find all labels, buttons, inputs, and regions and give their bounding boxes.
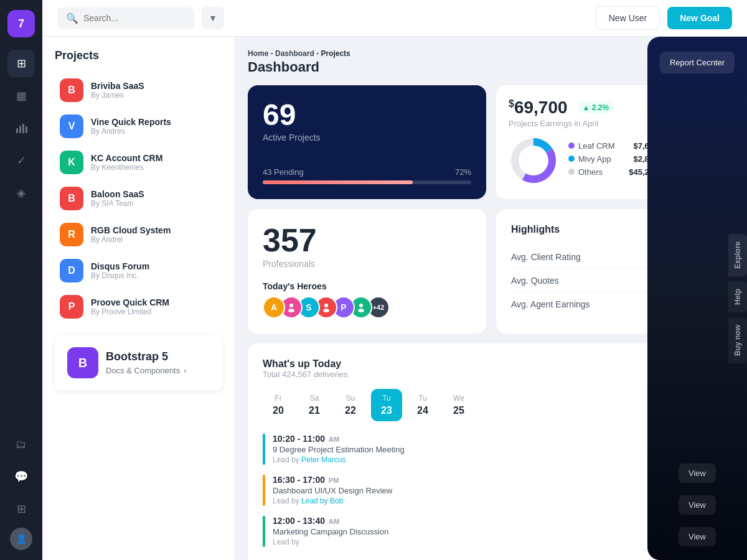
project-name-kc: KC Account CRM bbox=[91, 153, 217, 163]
legend-dot-others bbox=[568, 169, 575, 175]
project-by-kc: By Keenthemes bbox=[91, 163, 217, 172]
project-icon-vine: V bbox=[60, 114, 83, 138]
professionals-label: Professionals bbox=[263, 259, 471, 269]
legend-label-others: Others bbox=[578, 167, 610, 177]
nav-icon-dashboard[interactable]: ▦ bbox=[7, 82, 35, 110]
project-item-baloon[interactable]: B Baloon SaaS By SIA Team bbox=[55, 180, 222, 217]
project-item-rgb[interactable]: R RGB Cloud System By Andrei bbox=[55, 217, 222, 253]
user-avatar[interactable]: 👤 bbox=[10, 528, 32, 550]
project-by-proove: By Proove Limited bbox=[91, 307, 217, 316]
nav-icon-check[interactable]: ✓ bbox=[7, 147, 35, 174]
professionals-card: 357 Professionals Today's Heroes A S bbox=[248, 209, 486, 334]
side-view-button-2[interactable]: View bbox=[679, 495, 716, 515]
highlight-name-rating: Avg. Client Rating bbox=[511, 252, 581, 262]
cal-day-25[interactable]: We 25 bbox=[443, 389, 474, 421]
side-view-button-1[interactable]: View bbox=[679, 464, 716, 483]
heroes-label: Today's Heroes bbox=[263, 281, 471, 291]
currency-symbol: $ bbox=[509, 98, 514, 109]
side-tab-explore[interactable]: Explore bbox=[728, 233, 747, 276]
project-item-disqus[interactable]: D Disqus Forum By Disqus Inc. bbox=[55, 253, 222, 289]
top-bar: 🔍 ▼ New User New Goal bbox=[42, 0, 747, 37]
breadcrumb-current: Projects bbox=[321, 49, 350, 58]
filter-button[interactable]: ▼ bbox=[202, 7, 224, 29]
project-by-baloon: By SIA Team bbox=[91, 199, 217, 208]
earnings-legend: Leaf CRM $7,660 Mivy App $2,820 Others bbox=[568, 141, 658, 180]
side-tabs: Explore Help Buy now bbox=[728, 233, 747, 363]
nav-icon-grid[interactable]: ⊞ bbox=[7, 50, 35, 77]
project-item-proove[interactable]: P Proove Quick CRM By Proove Limited bbox=[55, 289, 222, 325]
search-input[interactable] bbox=[83, 13, 186, 23]
search-box[interactable]: 🔍 bbox=[57, 7, 194, 29]
nav-icon-layers[interactable]: ◈ bbox=[7, 179, 35, 207]
project-item-vine[interactable]: V Vine Quick Reports By Andres bbox=[55, 108, 222, 144]
project-icon-baloon: B bbox=[60, 187, 83, 210]
event-bar-2 bbox=[263, 475, 265, 506]
event-time-3: 12:00 - 13:40 AM bbox=[273, 516, 675, 526]
right-main: Home - Dashboard - Projects Dashboard 69… bbox=[235, 37, 747, 560]
svg-point-9 bbox=[324, 304, 328, 307]
project-by-rgb: By Andrei bbox=[91, 235, 217, 244]
left-panel: Projects B Briviba SaaS By James V Vine … bbox=[42, 37, 235, 560]
side-view-button-3[interactable]: View bbox=[679, 527, 716, 546]
highlight-name-quotes: Avg. Quotes bbox=[511, 276, 559, 286]
event-name-3: Marketing Campaign Discussion bbox=[273, 527, 675, 536]
cal-day-23-today[interactable]: Tu 23 bbox=[371, 389, 402, 421]
event-lead-link-1[interactable]: Peter Marcus bbox=[301, 455, 345, 464]
project-item-briviba[interactable]: B Briviba SaaS By James bbox=[55, 72, 222, 108]
earnings-badge: ▲ 2.2% bbox=[578, 102, 614, 113]
user-number-badge[interactable]: 7 bbox=[7, 10, 35, 37]
project-name-proove: Proove Quick CRM bbox=[91, 297, 217, 307]
side-tab-help[interactable]: Help bbox=[728, 281, 747, 312]
new-goal-button[interactable]: New Goal bbox=[667, 7, 732, 29]
avatars-row: A S P +42 bbox=[263, 296, 471, 319]
event-name-2: Dashboard UI/UX Design Review bbox=[273, 486, 675, 495]
earnings-amount: $69,700 bbox=[509, 98, 568, 118]
project-icon-proove: P bbox=[60, 295, 83, 319]
legend-dot-mivy bbox=[568, 156, 575, 162]
nav-sidebar: 7 ⊞ ▦ ✓ ◈ 🗂 💬 ⊞ 👤 bbox=[0, 0, 42, 560]
new-user-button[interactable]: New User bbox=[596, 6, 660, 30]
legend-dot-leaf bbox=[568, 142, 575, 149]
svg-point-8 bbox=[288, 309, 294, 312]
event-bar-3 bbox=[263, 516, 265, 547]
progress-bar-fill bbox=[263, 180, 413, 184]
svg-point-11 bbox=[359, 304, 363, 307]
breadcrumb-home: Home bbox=[248, 49, 268, 58]
active-projects-card: 69 Active Projects 43 Pending 72% bbox=[248, 85, 486, 199]
svg-rect-3 bbox=[26, 126, 27, 133]
right-decorative-panel: Report Cecnter View View View Explore He… bbox=[647, 37, 747, 560]
side-tab-buy-now[interactable]: Buy now bbox=[728, 317, 747, 363]
main-area: 🔍 ▼ New User New Goal Projects B Briviba… bbox=[42, 0, 747, 560]
nav-icon-chat[interactable]: 💬 bbox=[7, 463, 35, 490]
report-center-button[interactable]: Report Cecnter bbox=[660, 52, 735, 73]
project-item-kc[interactable]: K KC Account CRM By Keenthemes bbox=[55, 144, 222, 180]
project-name-baloon: Baloon SaaS bbox=[91, 189, 217, 199]
event-lead-link-2[interactable]: Lead by Bob bbox=[301, 497, 343, 505]
nav-icon-grid2[interactable]: ⊞ bbox=[7, 495, 35, 523]
project-by-vine: By Andres bbox=[91, 127, 217, 136]
project-name-disqus: Disqus Forum bbox=[91, 261, 217, 271]
cal-day-24[interactable]: Tu 24 bbox=[407, 389, 438, 421]
svg-point-12 bbox=[358, 309, 364, 312]
event-time-2: 16:30 - 17:00 PM bbox=[273, 475, 675, 485]
bootstrap-icon: B bbox=[67, 347, 98, 378]
nav-icon-briefcase[interactable]: 🗂 bbox=[7, 431, 35, 458]
cal-day-22[interactable]: Su 22 bbox=[335, 389, 366, 421]
svg-rect-2 bbox=[22, 124, 24, 133]
active-projects-count: 69 bbox=[263, 100, 471, 130]
docs-components-link[interactable]: Docs & Components › bbox=[106, 366, 187, 375]
breadcrumb-sep1: - bbox=[271, 49, 275, 58]
project-name-briviba: Briviba SaaS bbox=[91, 81, 217, 91]
nav-icon-chart[interactable] bbox=[7, 114, 35, 142]
svg-point-7 bbox=[289, 304, 293, 307]
cal-day-21[interactable]: Sa 21 bbox=[299, 389, 330, 421]
progress-bar-background bbox=[263, 180, 471, 184]
event-lead-1: Lead by Peter Marcus bbox=[273, 455, 675, 464]
event-time-1: 10:20 - 11:00 AM bbox=[273, 434, 675, 444]
bootstrap-label: Bootstrap 5 bbox=[106, 350, 187, 363]
professionals-count: 357 bbox=[263, 224, 471, 256]
cal-day-20[interactable]: Fr 20 bbox=[263, 389, 294, 421]
project-icon-disqus: D bbox=[60, 259, 83, 282]
active-projects-label: Active Projects bbox=[263, 133, 471, 142]
project-name-rgb: RGB Cloud System bbox=[91, 225, 217, 235]
